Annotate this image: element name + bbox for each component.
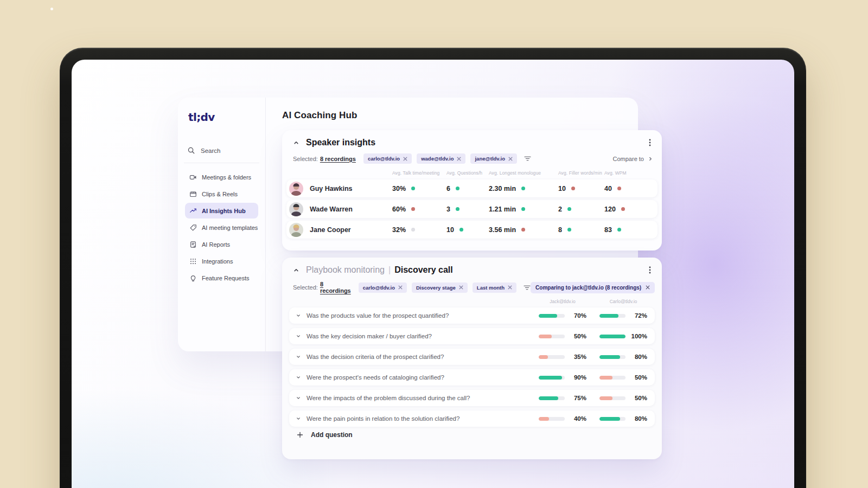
stat-value: 8 bbox=[558, 226, 562, 234]
speaker-filter-bar: Selected: 8 recordings carlo@tldv.iowade… bbox=[282, 153, 662, 164]
sidebar-item-lightbulb[interactable]: Feature Requests bbox=[185, 270, 258, 286]
sidebar-divider bbox=[184, 163, 259, 163]
filter-chip[interactable]: wade@tldv.io bbox=[417, 153, 465, 164]
playbook-filter-bar: Selected: 8 recordings carlo@tldv.ioDisc… bbox=[282, 281, 662, 294]
chevron-down-icon[interactable] bbox=[296, 395, 301, 401]
progress-fill-salmon bbox=[539, 417, 549, 421]
stat-cell: 120 bbox=[604, 206, 654, 213]
column-header: Avg. WPM bbox=[604, 170, 653, 176]
percent-label: 50% bbox=[568, 333, 586, 339]
bar-group: 70% bbox=[539, 312, 586, 319]
question-row[interactable]: Was the products value for the prospect … bbox=[289, 307, 655, 324]
stat-value: 10 bbox=[446, 226, 454, 234]
compare-to-button[interactable]: Compare to bbox=[613, 156, 653, 162]
progress-fill-salmon bbox=[599, 396, 612, 400]
status-dot-red bbox=[621, 207, 625, 211]
template-tag-icon bbox=[189, 224, 197, 232]
selected-label: Selected: bbox=[293, 284, 318, 291]
collapse-chevron-up-icon[interactable] bbox=[293, 267, 299, 273]
column-header: Avg. Longest monologue bbox=[489, 170, 558, 176]
status-dot-green bbox=[567, 207, 571, 211]
progress-track bbox=[599, 417, 626, 421]
sidebar-item-clapperboard[interactable]: Clips & Reels bbox=[185, 186, 258, 202]
bar-group: 72% bbox=[599, 312, 647, 319]
x-icon[interactable] bbox=[457, 157, 461, 161]
comparing-chip[interactable]: Comparing to jack@tldv.io (8 recordings) bbox=[531, 282, 655, 293]
chevron-down-icon[interactable] bbox=[296, 354, 301, 359]
filter-icon[interactable] bbox=[524, 156, 531, 162]
search-button[interactable]: Search bbox=[187, 146, 258, 155]
chevron-down-icon[interactable] bbox=[296, 375, 301, 380]
sidebar-item-video-camera[interactable]: Meetings & folders bbox=[185, 169, 258, 185]
sidebar-item-label: Integrations bbox=[202, 258, 233, 265]
sidebar-item-integrations-grid[interactable]: Integrations bbox=[185, 253, 258, 269]
stat-cell: 83 bbox=[604, 226, 654, 234]
stat-value: 2.30 min bbox=[489, 185, 516, 192]
chevron-down-icon[interactable] bbox=[296, 416, 301, 421]
stat-value: 3.56 min bbox=[489, 226, 516, 234]
x-icon[interactable] bbox=[403, 157, 407, 161]
bar-group: 50% bbox=[599, 395, 647, 401]
filter-chip[interactable]: jane@tldv.io bbox=[470, 153, 517, 164]
chevron-down-icon[interactable] bbox=[296, 333, 301, 339]
percent-label: 50% bbox=[629, 395, 647, 401]
speaker-name: Jane Cooper bbox=[310, 226, 392, 234]
filter-chip-label: jane@tldv.io bbox=[475, 156, 505, 162]
speaker-insights-header: Speaker insights bbox=[282, 130, 662, 147]
progress-track bbox=[539, 355, 565, 359]
stat-value: 60% bbox=[392, 206, 406, 213]
search-icon bbox=[187, 146, 195, 155]
x-icon[interactable] bbox=[508, 285, 512, 290]
progress-fill-green bbox=[599, 335, 626, 338]
kebab-menu-icon[interactable] bbox=[647, 138, 653, 147]
filter-chip[interactable]: Last month bbox=[473, 282, 516, 293]
sidebar-item-report-doc[interactable]: AI Reports bbox=[185, 236, 258, 252]
collapse-chevron-up-icon[interactable] bbox=[293, 139, 299, 146]
x-icon[interactable] bbox=[508, 157, 513, 161]
bar-group: 75% bbox=[539, 395, 586, 401]
question-text: Were the pain points in relation to the … bbox=[307, 415, 459, 422]
stat-value: 83 bbox=[604, 226, 612, 234]
status-dot-green bbox=[521, 207, 525, 211]
stat-cell: 8 bbox=[558, 226, 604, 234]
percent-label: 50% bbox=[629, 374, 647, 381]
question-text: Were the prospect's needs of cataloging … bbox=[307, 374, 444, 381]
filter-chip[interactable]: Discovery stage bbox=[412, 282, 468, 293]
bar-group: 50% bbox=[599, 374, 647, 381]
playbook-filter-chips: carlo@tldv.ioDiscovery stageLast month bbox=[359, 282, 516, 293]
close-icon[interactable] bbox=[646, 285, 650, 290]
percent-label: 75% bbox=[568, 395, 586, 401]
x-icon[interactable] bbox=[459, 285, 463, 290]
stat-value: 1.21 min bbox=[489, 206, 516, 213]
playbook-header: Playbook monitoring|Discovery call bbox=[282, 258, 662, 275]
chevron-down-icon[interactable] bbox=[296, 313, 301, 318]
progress-fill-green bbox=[539, 376, 562, 380]
question-row[interactable]: Were the pain points in relation to the … bbox=[289, 410, 655, 427]
column-header: Avg. Questions/h bbox=[446, 170, 489, 176]
question-row[interactable]: Was the decision criteria of the prospec… bbox=[289, 349, 655, 365]
desktop-background: tl;dv Search Meetings & foldersClips & R… bbox=[0, 0, 868, 488]
add-question-button[interactable]: Add question bbox=[297, 431, 662, 439]
selected-recordings-link[interactable]: 8 recordings bbox=[320, 281, 351, 294]
question-row[interactable]: Were the impacts of the problem discusse… bbox=[289, 390, 655, 406]
filter-icon[interactable] bbox=[524, 285, 531, 291]
question-bars: 75%50% bbox=[539, 395, 647, 401]
status-dot-red bbox=[617, 187, 621, 190]
question-row[interactable]: Was the key decision maker / buyer clari… bbox=[289, 328, 655, 344]
question-text: Were the impacts of the problem discusse… bbox=[307, 395, 470, 401]
question-row[interactable]: Were the prospect's needs of cataloging … bbox=[289, 369, 655, 386]
playbook-title: Playbook monitoring|Discovery call bbox=[306, 265, 453, 275]
selected-recordings-link[interactable]: 8 recordings bbox=[320, 156, 356, 162]
status-dot-red bbox=[411, 207, 415, 211]
stat-value: 40 bbox=[604, 185, 612, 192]
kebab-menu-icon[interactable] bbox=[647, 265, 653, 275]
stat-cell: 3 bbox=[446, 206, 489, 213]
filter-chip[interactable]: carlo@tldv.io bbox=[363, 153, 412, 164]
question-bars: 40%80% bbox=[539, 415, 647, 422]
filter-chip[interactable]: carlo@tldv.io bbox=[359, 282, 407, 293]
report-doc-icon bbox=[189, 241, 197, 248]
sidebar-item-template-tag[interactable]: AI meeting templates bbox=[185, 220, 258, 235]
sidebar-item-trend-arrow[interactable]: AI Insights Hub bbox=[185, 203, 258, 219]
stat-cell: 10 bbox=[446, 226, 489, 234]
x-icon[interactable] bbox=[398, 285, 403, 290]
